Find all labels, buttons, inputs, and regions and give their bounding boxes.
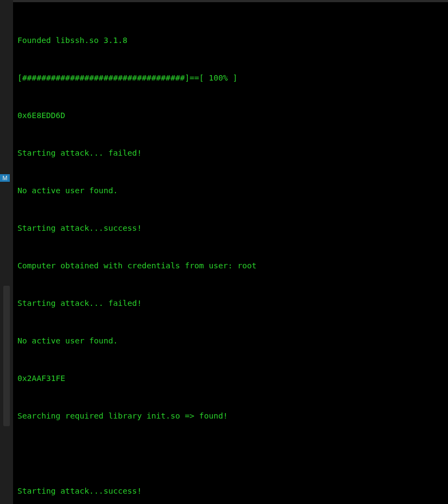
terminal-line: Starting attack... failed! xyxy=(17,146,444,159)
terminal-line xyxy=(17,447,444,459)
editor-gutter: M xyxy=(0,0,13,504)
terminal-line: No active user found. xyxy=(17,184,444,196)
terminal-line: Starting attack...success! xyxy=(17,484,444,497)
terminal-line: Starting attack... failed! xyxy=(17,297,444,309)
gutter-marker: M xyxy=(0,174,10,182)
terminal-line: Computer obtained with credentials from … xyxy=(17,259,444,272)
terminal-line: [##################################]==[ … xyxy=(17,71,444,84)
terminal-line: 0x6E8EDD6D xyxy=(17,109,444,121)
terminal-line: 0x2AAF31FE xyxy=(17,372,444,384)
terminal-output-panel[interactable]: Founded libssh.so 3.1.8 [###############… xyxy=(13,0,448,504)
gutter-scroll-indicator xyxy=(3,286,10,426)
terminal-line: Searching required library init.so => fo… xyxy=(17,409,444,422)
terminal-line: No active user found. xyxy=(17,334,444,347)
terminal-line: Starting attack...success! xyxy=(17,222,444,234)
terminal-line: Founded libssh.so 3.1.8 xyxy=(17,34,444,46)
